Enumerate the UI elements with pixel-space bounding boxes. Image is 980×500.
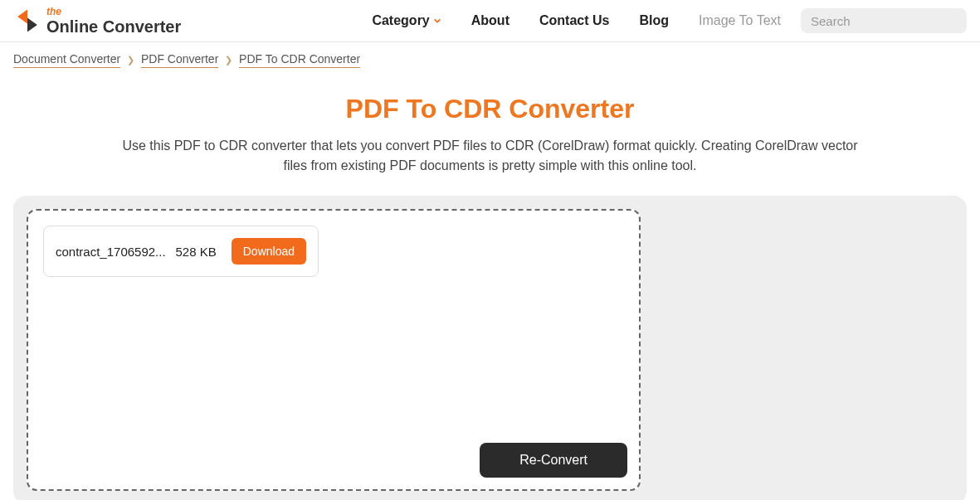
converter-panel: contract_1706592... 528 KB Download Re-C… [13,196,967,500]
chevron-right-icon: ❯ [225,55,232,65]
breadcrumb-pdf-converter[interactable]: PDF Converter [141,52,218,68]
file-card: contract_1706592... 528 KB Download [43,226,319,277]
reconvert-button[interactable]: Re-Convert [480,443,627,478]
nav-category-label: Category [372,13,429,28]
page-description: Use this PDF to CDR converter that lets … [117,136,864,176]
nav: Category About Contact Us Blog Image To … [372,13,781,28]
nav-image-to-text[interactable]: Image To Text [699,13,781,28]
download-button[interactable]: Download [232,238,306,265]
breadcrumb-document-converter[interactable]: Document Converter [13,52,120,68]
chevron-right-icon: ❯ [127,55,134,65]
file-size: 528 KB [176,245,217,259]
search-input[interactable] [811,14,968,28]
logo-text: the Online Converter [46,7,181,35]
page-title: PDF To CDR Converter [0,94,980,124]
logo-main: Online Converter [46,18,181,35]
nav-blog[interactable]: Blog [639,13,669,28]
nav-contact[interactable]: Contact Us [539,13,609,28]
drop-zone[interactable]: contract_1706592... 528 KB Download Re-C… [27,209,641,491]
breadcrumb-pdf-to-cdr[interactable]: PDF To CDR Converter [239,52,360,68]
logo-icon [13,7,41,35]
nav-about[interactable]: About [471,13,510,28]
breadcrumb: Document Converter ❯ PDF Converter ❯ PDF… [0,42,980,70]
header: the Online Converter Category About Cont… [0,0,980,42]
file-name: contract_1706592... [56,245,168,259]
logo[interactable]: the Online Converter [13,7,181,35]
chevron-down-icon [433,17,441,25]
search-box[interactable] [801,8,967,33]
nav-category[interactable]: Category [372,13,441,28]
logo-the: the [46,7,181,17]
